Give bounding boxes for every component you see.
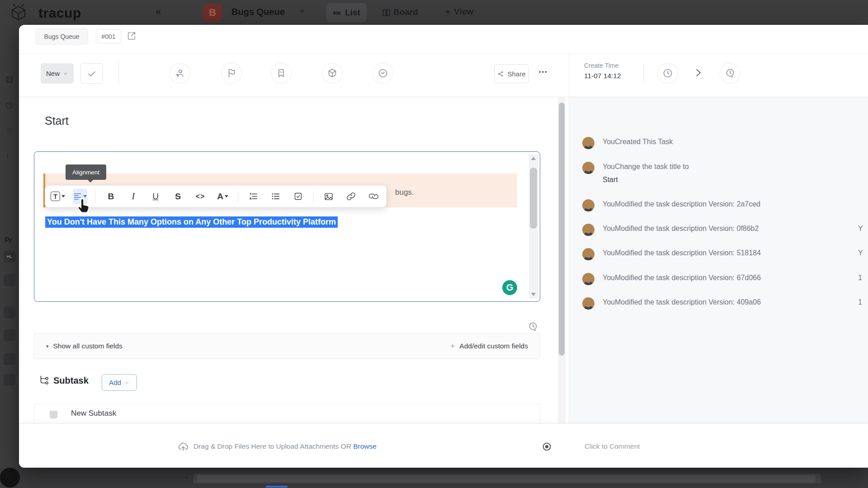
open-in-new-icon[interactable]: [127, 31, 137, 41]
sidebar-project-badge[interactable]: HL: [4, 251, 15, 263]
flag-icon: [226, 68, 237, 79]
priority-button[interactable]: [221, 63, 242, 84]
breadcrumb-list-chip[interactable]: Bugs Queue: [35, 28, 88, 45]
task-title[interactable]: Start: [45, 114, 69, 127]
text-style-icon: T: [51, 192, 60, 201]
scroll-up-icon[interactable]: [531, 157, 536, 160]
app-bottom-bar: ◂: [0, 468, 868, 488]
avatar: [582, 273, 594, 285]
comment-input-placeholder[interactable]: Click to Comment: [585, 442, 640, 450]
scrollbar-thumb[interactable]: [559, 103, 565, 356]
subtask-checkbox[interactable]: [50, 411, 57, 418]
sidebar-project-badge[interactable]: [4, 329, 15, 341]
module-button[interactable]: [322, 63, 343, 84]
plus-icon: +: [450, 342, 455, 351]
activity-item: YouChange the task title to: [603, 163, 689, 171]
new-subtask-label[interactable]: New Subtask: [71, 409, 116, 418]
scrollbar-thumb[interactable]: [530, 168, 537, 229]
mouse-cursor-hand: [76, 198, 91, 214]
selected-description-line[interactable]: You Don't Have This Many Options on Any …: [45, 216, 338, 228]
activity-item: YouCreated This Task: [603, 138, 673, 146]
history-button[interactable]: [720, 63, 741, 84]
strikethrough-button[interactable]: S: [171, 189, 185, 204]
scroll-down-icon[interactable]: [531, 293, 536, 296]
attach-link-button[interactable]: [366, 189, 381, 204]
breadcrumb-task-id-chip[interactable]: #001: [96, 29, 121, 43]
editor-scrollbar[interactable]: [529, 154, 538, 299]
scroll-left-icon[interactable]: ◂: [184, 474, 188, 480]
share-button[interactable]: Share: [494, 64, 529, 83]
activity-panel: YouCreated This Task YouChange the task …: [569, 97, 868, 423]
tab-board[interactable]: ▯▯ Board: [382, 7, 418, 17]
assignee-button[interactable]: [170, 63, 190, 84]
avatar: [582, 199, 594, 211]
checkbox-button[interactable]: [291, 189, 305, 204]
alignment-tooltip: Alignment: [66, 164, 106, 180]
add-subtask-button[interactable]: Add: [102, 374, 137, 391]
divider: [118, 61, 119, 85]
dashboard-icon[interactable]: ▤: [5, 74, 14, 84]
sidebar-project-badge[interactable]: [4, 274, 15, 286]
project-caret-icon[interactable]: [299, 10, 305, 13]
new-subtask-row[interactable]: New Subtask: [34, 404, 540, 423]
import-icon[interactable]: ↓: [5, 150, 10, 160]
code-button[interactable]: <>: [193, 189, 208, 204]
check-icon: [87, 69, 96, 78]
chain-icon: [367, 190, 380, 203]
modal-bottom-bar: Drag & Drop Files Here to Upload Attachm…: [19, 423, 868, 468]
notifications-icon[interactable]: ◷: [5, 99, 13, 110]
app-header: tracup « B Bugs Queue ≔ List ▯▯ Board + …: [0, 0, 868, 25]
list-icon: ≔: [333, 8, 341, 18]
description-editor[interactable]: bugs. You Don't Have This Many Options o…: [34, 151, 540, 302]
board-icon: ▯▯: [382, 7, 390, 17]
drag-drop-label: Drag & Drop Files Here to Upload Attachm…: [193, 442, 377, 450]
font-color-icon: A: [217, 192, 223, 202]
activity-item: YouModified the task description Version…: [603, 298, 761, 306]
favorites-icon[interactable]: ☆: [5, 125, 13, 136]
insert-link-button[interactable]: [344, 189, 359, 204]
sidebar-project-badge[interactable]: [4, 374, 15, 385]
chevron-down-icon: [83, 195, 87, 197]
avatar: [582, 224, 594, 236]
version-button[interactable]: [373, 63, 393, 84]
insert-image-button[interactable]: [321, 189, 336, 204]
italic-button[interactable]: I: [126, 189, 141, 204]
sidebar-collapse-icon[interactable]: «: [156, 6, 161, 18]
sidebar-project-badge[interactable]: [4, 306, 15, 318]
description-history-icon[interactable]: [528, 321, 538, 332]
add-edit-custom-fields[interactable]: + Add/edit custom fields: [450, 342, 528, 351]
tab-list[interactable]: ≔ List: [326, 3, 367, 22]
time-tracking-button[interactable]: [657, 63, 678, 84]
status-new-button[interactable]: New: [41, 63, 74, 84]
underline-button[interactable]: U: [148, 189, 163, 204]
tracup-logo-icon: [8, 3, 29, 23]
show-all-custom-fields[interactable]: ▾ Show all custom fields: [46, 342, 123, 350]
tag-button[interactable]: [271, 63, 292, 84]
scrollbar-thumb[interactable]: [197, 475, 816, 482]
projects-label: Pr: [5, 236, 12, 244]
ordered-list-button[interactable]: [246, 189, 260, 204]
font-color-button[interactable]: A: [216, 189, 230, 204]
bold-button[interactable]: B: [104, 189, 118, 204]
chevron-right-icon[interactable]: [693, 67, 703, 78]
project-name[interactable]: Bugs Queue: [231, 7, 285, 17]
activity-item: YouModified the task description Version…: [603, 274, 761, 282]
app-logo-text: tracup: [38, 5, 81, 21]
text-style-button[interactable]: T: [51, 189, 65, 204]
content-scrollbar[interactable]: [558, 97, 566, 423]
browse-link[interactable]: Browse: [353, 442, 377, 450]
more-options-button[interactable]: •••: [539, 68, 548, 75]
task-detail-modal: Bugs Queue #001 New Share ••• Create Tim…: [19, 25, 868, 468]
bullet-list-button[interactable]: [269, 189, 283, 204]
activity-item: YouModified the task description Version…: [603, 249, 761, 257]
divider: [643, 63, 644, 84]
bullet-list-icon: [271, 192, 280, 201]
record-icon[interactable]: [542, 441, 552, 452]
complete-check-button[interactable]: [80, 63, 103, 84]
user-avatar[interactable]: [0, 468, 20, 488]
grammarly-badge[interactable]: G: [502, 280, 517, 295]
horizontal-scrollbar[interactable]: [193, 474, 821, 483]
tab-add-view[interactable]: + View: [445, 7, 473, 17]
custom-fields-row: ▾ Show all custom fields + Add/edit cust…: [34, 333, 540, 359]
sidebar-project-badge[interactable]: [4, 353, 15, 365]
